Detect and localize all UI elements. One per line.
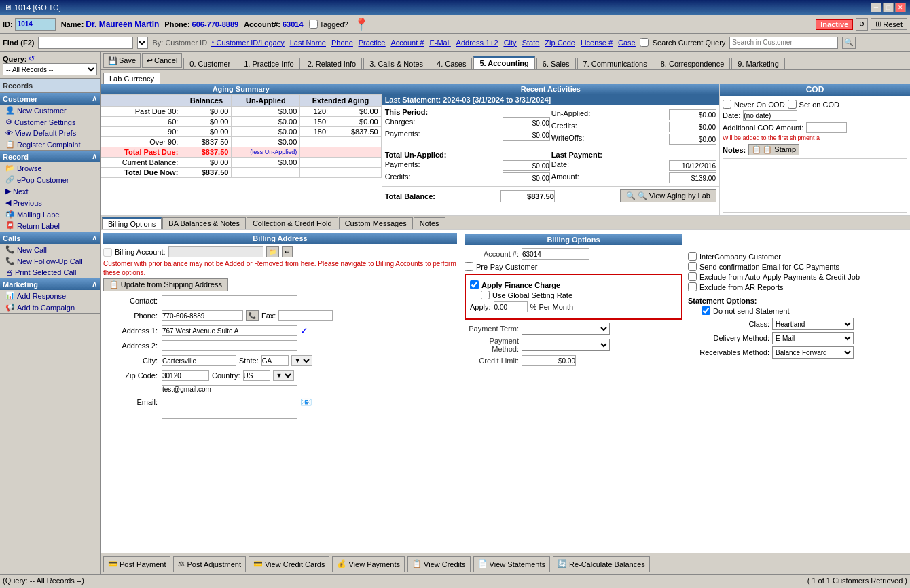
delivery-select[interactable]: E-Mail: [772, 332, 854, 344]
tab-practice[interactable]: 1. Practice Info: [238, 58, 299, 69]
receivables-select[interactable]: Balance Forward: [772, 346, 854, 359]
total-balance-input[interactable]: [500, 190, 555, 202]
sidebar-item-previous[interactable]: ◀ Previous: [0, 197, 100, 208]
tab-calls[interactable]: 3. Calls & Notes: [363, 58, 429, 69]
nav-address[interactable]: Address 1+2: [456, 39, 498, 47]
sidebar-item-browse[interactable]: 📂 Browse: [0, 162, 100, 174]
last-date-input[interactable]: [669, 160, 716, 171]
nav-case[interactable]: Case: [618, 39, 636, 47]
nav-practice[interactable]: Practice: [359, 39, 386, 47]
nav-last-name[interactable]: Last Name: [290, 39, 326, 47]
tab-customer[interactable]: 0. Customer: [183, 58, 236, 69]
cod-notes-area[interactable]: [723, 158, 907, 213]
sidebar-item-customer-settings[interactable]: ⚙ Customer Settings: [0, 116, 100, 128]
refresh-btn[interactable]: ↺: [856, 18, 868, 31]
recalculate-btn[interactable]: 🔄 Re-Calculate Balances: [553, 556, 650, 572]
tab-communications[interactable]: 7. Communications: [577, 58, 653, 69]
contact-input[interactable]: [162, 295, 297, 306]
last-amount-input[interactable]: [669, 172, 716, 183]
marketing-section-header[interactable]: Marketing ∧: [0, 278, 100, 290]
country-input[interactable]: [243, 370, 270, 381]
sidebar-item-print-call[interactable]: 🖨 Print Selected Call: [0, 267, 100, 278]
city-input[interactable]: [162, 355, 236, 366]
apply-finance-checkbox[interactable]: [470, 280, 479, 289]
use-global-checkbox[interactable]: [481, 291, 490, 299]
apply-rate-input[interactable]: [494, 301, 528, 312]
stamp-button[interactable]: 📋 📋 Stamp: [748, 144, 799, 155]
nav-email[interactable]: E-Mail: [429, 39, 450, 47]
do-not-send-checkbox[interactable]: [702, 306, 710, 315]
find-dropdown[interactable]: ▼: [137, 37, 148, 49]
address1-input[interactable]: [162, 325, 297, 336]
search-button[interactable]: 🔍: [842, 37, 856, 49]
post-adjustment-btn[interactable]: ⚖ Post Adjustment: [173, 556, 246, 572]
post-payment-btn[interactable]: 💳 Post Payment: [103, 556, 170, 572]
view-credit-cards-btn[interactable]: 💳 View Credit Cards: [249, 556, 329, 572]
minimize-btn[interactable]: ─: [871, 3, 881, 12]
sidebar-item-new-call[interactable]: 📞 New Call: [0, 244, 100, 255]
exclude-auto-checkbox[interactable]: [688, 272, 697, 281]
billing-account-search-btn[interactable]: 📁: [266, 246, 279, 257]
billing-tab-collection[interactable]: Collection & Credit Hold: [247, 217, 338, 229]
country-select[interactable]: ▼: [273, 370, 294, 381]
exclude-ar-checkbox[interactable]: [688, 282, 697, 291]
find-input[interactable]: [38, 37, 133, 49]
payment-method-select[interactable]: [522, 339, 610, 351]
credit-limit-input[interactable]: [522, 355, 576, 366]
nav-license[interactable]: License #: [581, 39, 613, 47]
sidebar-item-register-complaint[interactable]: 📋 Register Complaint: [0, 139, 100, 150]
search-input[interactable]: [729, 37, 838, 49]
cod-additional-input[interactable]: [806, 122, 847, 133]
query-refresh-icon[interactable]: ↺: [29, 54, 35, 63]
state-select[interactable]: ▼: [291, 355, 312, 366]
fax-input[interactable]: [278, 310, 333, 321]
phone-search-btn[interactable]: 📞: [246, 310, 259, 321]
id-input[interactable]: [15, 18, 56, 31]
customer-section-header[interactable]: Customer ∧: [0, 93, 100, 105]
tab-marketing[interactable]: 9. Marketing: [731, 58, 785, 69]
sidebar-item-mailing-label[interactable]: 📬 Mailing Label: [0, 208, 100, 220]
payment-term-select[interactable]: [522, 323, 610, 335]
sidebar-item-next[interactable]: ▶ Next: [0, 185, 100, 197]
maximize-btn[interactable]: □: [883, 3, 894, 12]
tab-sales[interactable]: 6. Sales: [536, 58, 576, 69]
billing-tab-notes[interactable]: Notes: [414, 217, 445, 229]
sidebar-item-add-campaign[interactable]: 📢 Add to Campaign: [0, 301, 100, 313]
tab-accounting[interactable]: 5. Accounting: [473, 56, 534, 69]
writeoffs-input[interactable]: [669, 134, 716, 145]
cancel-button[interactable]: ↩ Cancel: [142, 53, 182, 68]
send-confirm-checkbox[interactable]: [688, 262, 697, 271]
cod-date-input[interactable]: [743, 110, 797, 121]
tagged-checkbox[interactable]: [309, 20, 318, 29]
view-aging-btn[interactable]: 🔍 🔍 View Aging by Lab: [620, 189, 716, 202]
tab-related[interactable]: 2. Related Info: [302, 58, 363, 69]
save-button[interactable]: 💾 Save: [103, 53, 141, 68]
intercompany-checkbox[interactable]: [688, 252, 697, 261]
record-section-header[interactable]: Record ∧: [0, 151, 100, 162]
tab-cases[interactable]: 4. Cases: [431, 58, 472, 69]
calls-section-header[interactable]: Calls ∧: [0, 232, 100, 244]
payments-input[interactable]: [503, 130, 550, 141]
reset-btn[interactable]: ⊞ Reset: [871, 18, 907, 30]
close-btn[interactable]: ✕: [895, 3, 906, 12]
never-on-cod-checkbox[interactable]: [723, 100, 731, 109]
tab-correspondence[interactable]: 8. Correspondence: [655, 58, 731, 69]
billing-account-clear-btn[interactable]: ↩: [282, 246, 293, 257]
sidebar-item-new-customer[interactable]: 👤 New Customer: [0, 105, 100, 116]
phone-addr-input[interactable]: [162, 310, 243, 321]
billing-tab-options[interactable]: Billing Options: [102, 217, 162, 229]
billing-tab-ba-balances[interactable]: BA Balances & Notes: [162, 217, 246, 229]
email-textarea[interactable]: test@gmail.com: [162, 385, 297, 419]
view-payments-btn[interactable]: 💰 View Payments: [332, 556, 405, 572]
query-select[interactable]: -- All Records --: [3, 63, 97, 75]
total-payments-input[interactable]: [503, 160, 550, 171]
pre-pay-checkbox[interactable]: [465, 262, 473, 271]
set-on-cod-checkbox[interactable]: [788, 100, 797, 109]
nav-state[interactable]: State: [522, 39, 540, 47]
update-shipping-btn[interactable]: 📋 Update from Shipping Address: [103, 278, 228, 291]
search-current-checkbox[interactable]: [640, 38, 649, 47]
charges-input[interactable]: [503, 117, 550, 128]
nav-phone[interactable]: Phone: [331, 39, 353, 47]
nav-account[interactable]: Account #: [391, 39, 424, 47]
address2-input[interactable]: [162, 340, 297, 351]
